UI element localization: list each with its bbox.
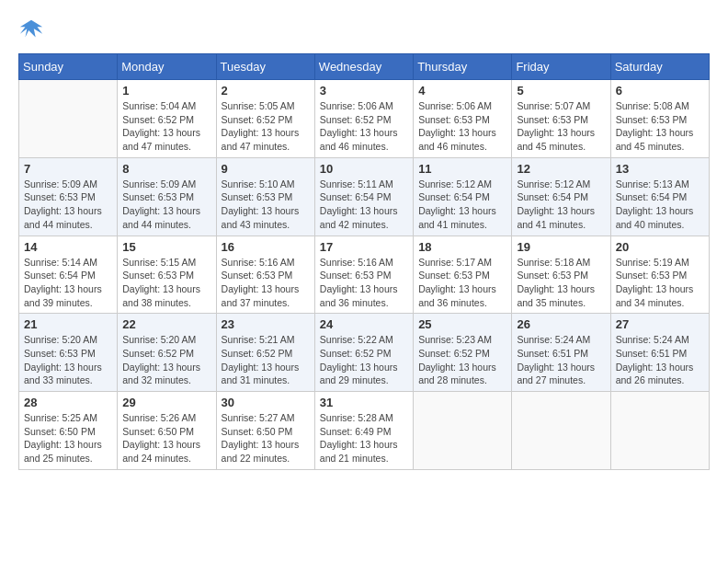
calendar-day-cell: 7 Sunrise: 5:09 AMSunset: 6:53 PMDayligh… bbox=[19, 157, 118, 236]
day-number: 25 bbox=[418, 317, 506, 331]
day-info: Sunrise: 5:07 AMSunset: 6:53 PMDaylight:… bbox=[517, 99, 605, 154]
day-number: 30 bbox=[222, 396, 310, 409]
day-info: Sunrise: 5:25 AMSunset: 6:50 PMDaylight:… bbox=[24, 411, 112, 465]
calendar-day-cell: 2 Sunrise: 5:05 AMSunset: 6:52 PMDayligh… bbox=[216, 80, 314, 158]
day-number: 18 bbox=[418, 240, 506, 254]
calendar-day-cell bbox=[610, 392, 709, 470]
day-info: Sunrise: 5:21 AMSunset: 6:52 PMDaylight:… bbox=[222, 333, 310, 387]
day-info: Sunrise: 5:20 AMSunset: 6:52 PMDaylight:… bbox=[122, 333, 210, 387]
day-number: 24 bbox=[320, 317, 408, 331]
day-info: Sunrise: 5:09 AMSunset: 6:53 PMDaylight:… bbox=[24, 178, 112, 232]
calendar-day-cell bbox=[414, 392, 512, 470]
calendar-day-cell: 22 Sunrise: 5:20 AMSunset: 6:52 PMDaylig… bbox=[118, 314, 216, 392]
calendar-week-row: 14 Sunrise: 5:14 AMSunset: 6:54 PMDaylig… bbox=[19, 236, 710, 314]
weekday-header-cell: Wednesday bbox=[314, 54, 413, 80]
weekday-header-cell: Saturday bbox=[610, 54, 709, 80]
calendar-table: SundayMondayTuesdayWednesdayThursdayFrid… bbox=[18, 53, 710, 470]
day-number: 23 bbox=[222, 317, 310, 331]
calendar-day-cell bbox=[512, 392, 610, 470]
day-number: 12 bbox=[517, 162, 605, 176]
day-info: Sunrise: 5:28 AMSunset: 6:49 PMDaylight:… bbox=[320, 411, 408, 465]
day-number: 22 bbox=[122, 317, 210, 331]
day-number: 5 bbox=[517, 84, 605, 98]
day-number: 10 bbox=[320, 162, 408, 176]
day-number: 1 bbox=[122, 84, 210, 98]
weekday-header-cell: Sunday bbox=[19, 54, 118, 80]
day-number: 19 bbox=[517, 240, 605, 254]
day-number: 15 bbox=[122, 240, 210, 254]
calendar-week-row: 1 Sunrise: 5:04 AMSunset: 6:52 PMDayligh… bbox=[19, 80, 710, 158]
calendar-day-cell: 29 Sunrise: 5:26 AMSunset: 6:50 PMDaylig… bbox=[118, 392, 216, 470]
day-number: 4 bbox=[418, 84, 506, 98]
calendar-day-cell: 23 Sunrise: 5:21 AMSunset: 6:52 PMDaylig… bbox=[216, 314, 314, 392]
weekday-header-cell: Tuesday bbox=[216, 54, 314, 80]
day-info: Sunrise: 5:10 AMSunset: 6:53 PMDaylight:… bbox=[222, 178, 310, 232]
day-info: Sunrise: 5:13 AMSunset: 6:54 PMDaylight:… bbox=[616, 178, 704, 232]
calendar-day-cell: 30 Sunrise: 5:27 AMSunset: 6:50 PMDaylig… bbox=[216, 392, 314, 470]
day-number: 14 bbox=[24, 240, 112, 254]
calendar-day-cell: 19 Sunrise: 5:18 AMSunset: 6:53 PMDaylig… bbox=[512, 236, 610, 314]
day-number: 8 bbox=[122, 162, 210, 176]
day-info: Sunrise: 5:09 AMSunset: 6:53 PMDaylight:… bbox=[122, 178, 210, 232]
calendar-day-cell: 15 Sunrise: 5:15 AMSunset: 6:53 PMDaylig… bbox=[118, 236, 216, 314]
day-info: Sunrise: 5:14 AMSunset: 6:54 PMDaylight:… bbox=[24, 256, 112, 310]
calendar-week-row: 7 Sunrise: 5:09 AMSunset: 6:53 PMDayligh… bbox=[19, 157, 710, 236]
calendar-day-cell: 16 Sunrise: 5:16 AMSunset: 6:53 PMDaylig… bbox=[216, 236, 314, 314]
calendar-day-cell: 21 Sunrise: 5:20 AMSunset: 6:53 PMDaylig… bbox=[19, 314, 118, 392]
calendar-day-cell: 18 Sunrise: 5:17 AMSunset: 6:53 PMDaylig… bbox=[414, 236, 512, 314]
day-info: Sunrise: 5:20 AMSunset: 6:53 PMDaylight:… bbox=[24, 333, 112, 387]
day-info: Sunrise: 5:22 AMSunset: 6:52 PMDaylight:… bbox=[320, 333, 408, 387]
day-number: 26 bbox=[517, 317, 605, 331]
day-info: Sunrise: 5:12 AMSunset: 6:54 PMDaylight:… bbox=[517, 178, 605, 232]
day-info: Sunrise: 5:24 AMSunset: 6:51 PMDaylight:… bbox=[517, 333, 605, 387]
calendar-day-cell: 20 Sunrise: 5:19 AMSunset: 6:53 PMDaylig… bbox=[610, 236, 709, 314]
weekday-header-cell: Monday bbox=[118, 54, 216, 80]
day-info: Sunrise: 5:16 AMSunset: 6:53 PMDaylight:… bbox=[222, 256, 310, 310]
day-number: 3 bbox=[320, 84, 408, 98]
calendar-day-cell: 12 Sunrise: 5:12 AMSunset: 6:54 PMDaylig… bbox=[512, 157, 610, 236]
day-info: Sunrise: 5:08 AMSunset: 6:53 PMDaylight:… bbox=[616, 99, 704, 154]
day-number: 13 bbox=[616, 162, 704, 176]
calendar-day-cell: 11 Sunrise: 5:12 AMSunset: 6:54 PMDaylig… bbox=[414, 157, 512, 236]
day-number: 29 bbox=[122, 396, 210, 409]
calendar-day-cell bbox=[19, 80, 118, 158]
calendar-day-cell: 3 Sunrise: 5:06 AMSunset: 6:52 PMDayligh… bbox=[314, 80, 413, 158]
calendar-week-row: 21 Sunrise: 5:20 AMSunset: 6:53 PMDaylig… bbox=[19, 314, 710, 392]
day-info: Sunrise: 5:19 AMSunset: 6:53 PMDaylight:… bbox=[616, 256, 704, 310]
day-info: Sunrise: 5:15 AMSunset: 6:53 PMDaylight:… bbox=[122, 256, 210, 310]
day-number: 11 bbox=[418, 162, 506, 176]
day-info: Sunrise: 5:04 AMSunset: 6:52 PMDaylight:… bbox=[122, 99, 210, 154]
calendar-day-cell: 6 Sunrise: 5:08 AMSunset: 6:53 PMDayligh… bbox=[610, 80, 709, 158]
weekday-header-cell: Friday bbox=[512, 54, 610, 80]
calendar-body: 1 Sunrise: 5:04 AMSunset: 6:52 PMDayligh… bbox=[19, 80, 710, 470]
day-info: Sunrise: 5:05 AMSunset: 6:52 PMDaylight:… bbox=[222, 99, 310, 154]
calendar-day-cell: 31 Sunrise: 5:28 AMSunset: 6:49 PMDaylig… bbox=[314, 392, 413, 470]
day-info: Sunrise: 5:18 AMSunset: 6:53 PMDaylight:… bbox=[517, 256, 605, 310]
day-info: Sunrise: 5:12 AMSunset: 6:54 PMDaylight:… bbox=[418, 178, 506, 232]
weekday-header-cell: Thursday bbox=[414, 54, 512, 80]
day-info: Sunrise: 5:17 AMSunset: 6:53 PMDaylight:… bbox=[418, 256, 506, 310]
logo-icon bbox=[18, 18, 44, 44]
day-number: 27 bbox=[616, 317, 704, 331]
calendar-day-cell: 27 Sunrise: 5:24 AMSunset: 6:51 PMDaylig… bbox=[610, 314, 709, 392]
calendar-day-cell: 4 Sunrise: 5:06 AMSunset: 6:53 PMDayligh… bbox=[414, 80, 512, 158]
day-number: 21 bbox=[24, 317, 112, 331]
calendar-day-cell: 5 Sunrise: 5:07 AMSunset: 6:53 PMDayligh… bbox=[512, 80, 610, 158]
day-info: Sunrise: 5:23 AMSunset: 6:52 PMDaylight:… bbox=[418, 333, 506, 387]
day-number: 31 bbox=[320, 396, 408, 409]
svg-marker-0 bbox=[20, 20, 42, 38]
day-number: 6 bbox=[616, 84, 704, 98]
calendar-day-cell: 28 Sunrise: 5:25 AMSunset: 6:50 PMDaylig… bbox=[19, 392, 118, 470]
calendar-day-cell: 24 Sunrise: 5:22 AMSunset: 6:52 PMDaylig… bbox=[314, 314, 413, 392]
logo bbox=[18, 18, 48, 44]
calendar-day-cell: 1 Sunrise: 5:04 AMSunset: 6:52 PMDayligh… bbox=[118, 80, 216, 158]
day-number: 17 bbox=[320, 240, 408, 254]
page-header bbox=[18, 18, 710, 44]
day-number: 20 bbox=[616, 240, 704, 254]
calendar-day-cell: 26 Sunrise: 5:24 AMSunset: 6:51 PMDaylig… bbox=[512, 314, 610, 392]
calendar-week-row: 28 Sunrise: 5:25 AMSunset: 6:50 PMDaylig… bbox=[19, 392, 710, 470]
day-number: 9 bbox=[222, 162, 310, 176]
calendar-day-cell: 10 Sunrise: 5:11 AMSunset: 6:54 PMDaylig… bbox=[314, 157, 413, 236]
calendar-day-cell: 13 Sunrise: 5:13 AMSunset: 6:54 PMDaylig… bbox=[610, 157, 709, 236]
calendar-day-cell: 14 Sunrise: 5:14 AMSunset: 6:54 PMDaylig… bbox=[19, 236, 118, 314]
